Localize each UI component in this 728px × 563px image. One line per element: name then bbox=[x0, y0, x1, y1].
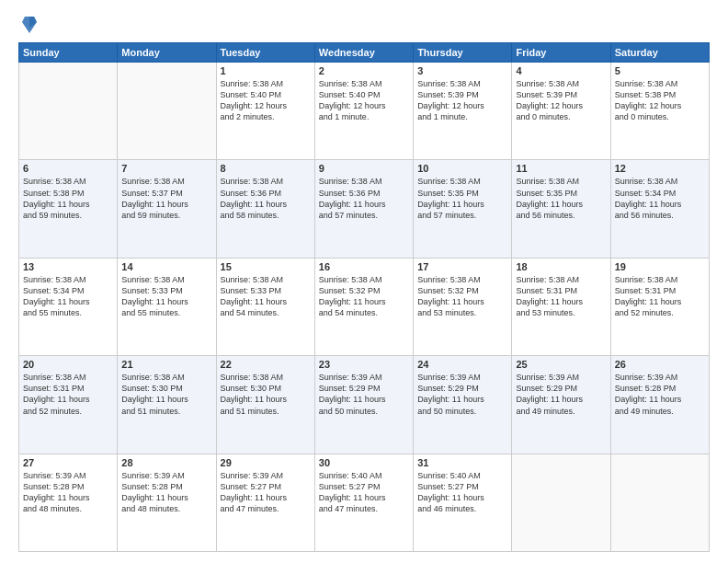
cell-text: and 50 minutes. bbox=[319, 406, 409, 417]
cell-text: Daylight: 11 hours bbox=[319, 296, 409, 307]
cell-text: Daylight: 11 hours bbox=[615, 296, 705, 307]
cell-text: Sunrise: 5:38 AM bbox=[615, 78, 705, 89]
day-header-sunday: Sunday bbox=[19, 43, 118, 63]
day-number: 23 bbox=[319, 359, 409, 370]
day-number: 17 bbox=[417, 261, 507, 272]
cell-text: Daylight: 11 hours bbox=[319, 492, 409, 503]
cell-text: and 54 minutes. bbox=[221, 307, 311, 318]
cell-text: Sunrise: 5:38 AM bbox=[319, 176, 409, 187]
cell-text: and 52 minutes. bbox=[23, 406, 113, 417]
day-number: 5 bbox=[615, 65, 705, 76]
cell-text: Sunrise: 5:38 AM bbox=[417, 274, 507, 285]
cell-text: Daylight: 11 hours bbox=[319, 394, 409, 405]
cell-text: Sunset: 5:31 PM bbox=[23, 383, 113, 394]
cell-text: and 59 minutes. bbox=[121, 210, 211, 221]
cell-text: Sunrise: 5:38 AM bbox=[615, 274, 705, 285]
logo bbox=[18, 18, 38, 35]
day-number: 16 bbox=[319, 261, 409, 272]
cell-text: Sunrise: 5:40 AM bbox=[319, 470, 409, 481]
cell-text: Sunrise: 5:38 AM bbox=[23, 274, 113, 285]
calendar-cell: 12Sunrise: 5:38 AMSunset: 5:34 PMDayligh… bbox=[610, 160, 709, 258]
cell-text: Daylight: 12 hours bbox=[319, 100, 409, 111]
day-number: 14 bbox=[121, 261, 211, 272]
calendar-cell: 11Sunrise: 5:38 AMSunset: 5:35 PMDayligh… bbox=[512, 160, 610, 258]
calendar-cell: 2Sunrise: 5:38 AMSunset: 5:40 PMDaylight… bbox=[314, 63, 413, 160]
cell-text: Sunrise: 5:38 AM bbox=[516, 176, 606, 187]
day-header-wednesday: Wednesday bbox=[314, 43, 413, 63]
cell-text: Daylight: 11 hours bbox=[23, 394, 113, 405]
cell-text: Sunset: 5:28 PM bbox=[23, 481, 113, 492]
calendar-week-row: 13Sunrise: 5:38 AMSunset: 5:34 PMDayligh… bbox=[19, 258, 710, 355]
cell-text: Sunset: 5:36 PM bbox=[221, 188, 311, 199]
cell-text: Daylight: 11 hours bbox=[221, 492, 311, 503]
cell-text: Daylight: 11 hours bbox=[319, 199, 409, 210]
cell-text: Sunrise: 5:38 AM bbox=[319, 274, 409, 285]
calendar-cell bbox=[118, 63, 216, 160]
cell-text: Sunrise: 5:39 AM bbox=[23, 470, 113, 481]
calendar-cell: 25Sunrise: 5:39 AMSunset: 5:29 PMDayligh… bbox=[512, 356, 610, 454]
cell-text: Sunrise: 5:38 AM bbox=[221, 176, 311, 187]
day-number: 13 bbox=[23, 261, 113, 272]
calendar-cell: 30Sunrise: 5:40 AMSunset: 5:27 PMDayligh… bbox=[314, 454, 413, 551]
day-number: 11 bbox=[516, 163, 606, 174]
cell-text: Daylight: 12 hours bbox=[516, 100, 606, 111]
day-number: 12 bbox=[615, 163, 705, 174]
calendar-cell: 17Sunrise: 5:38 AMSunset: 5:32 PMDayligh… bbox=[414, 258, 512, 355]
cell-text: Daylight: 12 hours bbox=[221, 100, 311, 111]
cell-text: and 47 minutes. bbox=[221, 503, 311, 514]
calendar-cell: 20Sunrise: 5:38 AMSunset: 5:31 PMDayligh… bbox=[19, 356, 118, 454]
calendar-header-row: SundayMondayTuesdayWednesdayThursdayFrid… bbox=[19, 43, 710, 63]
cell-text: and 0 minutes. bbox=[516, 111, 606, 122]
day-number: 10 bbox=[417, 163, 507, 174]
cell-text: Daylight: 11 hours bbox=[221, 394, 311, 405]
cell-text: Sunset: 5:28 PM bbox=[615, 383, 705, 394]
cell-text: and 53 minutes. bbox=[516, 307, 606, 318]
cell-text: Sunrise: 5:38 AM bbox=[417, 78, 507, 89]
day-header-monday: Monday bbox=[118, 43, 216, 63]
cell-text: Sunrise: 5:38 AM bbox=[121, 372, 211, 383]
calendar-cell: 5Sunrise: 5:38 AMSunset: 5:38 PMDaylight… bbox=[610, 63, 709, 160]
cell-text: and 59 minutes. bbox=[23, 210, 113, 221]
cell-text: Daylight: 11 hours bbox=[23, 492, 113, 503]
calendar-cell: 27Sunrise: 5:39 AMSunset: 5:28 PMDayligh… bbox=[19, 454, 118, 551]
calendar-cell: 3Sunrise: 5:38 AMSunset: 5:39 PMDaylight… bbox=[414, 63, 512, 160]
calendar-cell: 10Sunrise: 5:38 AMSunset: 5:35 PMDayligh… bbox=[414, 160, 512, 258]
day-number: 31 bbox=[417, 457, 507, 468]
cell-text: Sunrise: 5:38 AM bbox=[221, 78, 311, 89]
day-number: 22 bbox=[221, 359, 311, 370]
page: SundayMondayTuesdayWednesdayThursdayFrid… bbox=[0, 0, 728, 563]
cell-text: Daylight: 11 hours bbox=[121, 296, 211, 307]
calendar-cell: 13Sunrise: 5:38 AMSunset: 5:34 PMDayligh… bbox=[19, 258, 118, 355]
cell-text: Sunrise: 5:38 AM bbox=[319, 78, 409, 89]
cell-text: and 49 minutes. bbox=[615, 406, 705, 417]
cell-text: and 57 minutes. bbox=[417, 210, 507, 221]
cell-text: and 52 minutes. bbox=[615, 307, 705, 318]
cell-text: and 46 minutes. bbox=[417, 503, 507, 514]
header bbox=[18, 15, 710, 35]
day-number: 29 bbox=[221, 457, 311, 468]
cell-text: Daylight: 11 hours bbox=[417, 492, 507, 503]
cell-text: Daylight: 11 hours bbox=[516, 199, 606, 210]
cell-text: Sunset: 5:30 PM bbox=[221, 383, 311, 394]
cell-text: Sunrise: 5:38 AM bbox=[23, 176, 113, 187]
calendar-cell: 21Sunrise: 5:38 AMSunset: 5:30 PMDayligh… bbox=[118, 356, 216, 454]
cell-text: Sunset: 5:38 PM bbox=[615, 89, 705, 100]
calendar-cell: 6Sunrise: 5:38 AMSunset: 5:38 PMDaylight… bbox=[19, 160, 118, 258]
cell-text: Sunrise: 5:40 AM bbox=[417, 470, 507, 481]
day-number: 24 bbox=[417, 359, 507, 370]
cell-text: and 56 minutes. bbox=[516, 210, 606, 221]
cell-text: Daylight: 11 hours bbox=[221, 296, 311, 307]
cell-text: Daylight: 11 hours bbox=[121, 492, 211, 503]
calendar-cell: 7Sunrise: 5:38 AMSunset: 5:37 PMDaylight… bbox=[118, 160, 216, 258]
cell-text: Sunset: 5:35 PM bbox=[516, 188, 606, 199]
cell-text: Daylight: 11 hours bbox=[417, 296, 507, 307]
day-number: 3 bbox=[417, 65, 507, 76]
cell-text: Sunset: 5:40 PM bbox=[221, 89, 311, 100]
cell-text: Sunrise: 5:39 AM bbox=[417, 372, 507, 383]
cell-text: Daylight: 11 hours bbox=[23, 199, 113, 210]
cell-text: Daylight: 11 hours bbox=[121, 199, 211, 210]
cell-text: Sunrise: 5:38 AM bbox=[121, 274, 211, 285]
day-number: 27 bbox=[23, 457, 113, 468]
cell-text: and 56 minutes. bbox=[615, 210, 705, 221]
cell-text: Daylight: 11 hours bbox=[615, 199, 705, 210]
